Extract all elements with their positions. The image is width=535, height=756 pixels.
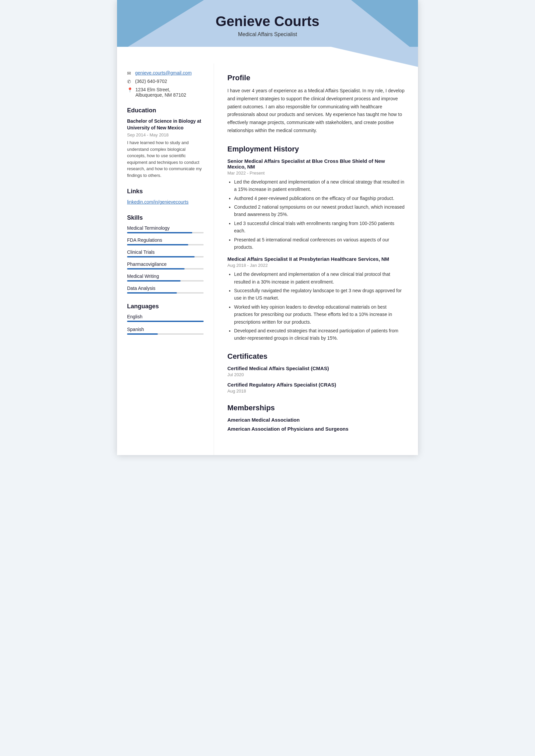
skill-name: Medical Terminology: [127, 225, 204, 231]
skill-item: Clinical Trials: [127, 249, 204, 257]
language-bar-bg: [127, 333, 204, 335]
skill-bar-bg: [127, 256, 204, 257]
skill-name: Pharmacovigilance: [127, 261, 204, 267]
candidate-name: Genieve Courts: [130, 13, 405, 29]
languages-list: English Spanish: [127, 314, 204, 335]
job-bullets-list: Led the development and implementation o…: [227, 178, 405, 251]
job-bullet: Led the development and implementation o…: [234, 271, 405, 286]
language-item: English: [127, 314, 204, 322]
job-date: Aug 2018 - Jan 2022: [227, 263, 405, 268]
skill-item: Medical Writing: [127, 274, 204, 282]
job-entry: Senior Medical Affairs Specialist at Blu…: [227, 158, 405, 251]
cert-entry: Certified Medical Affairs Specialist (CM…: [227, 365, 405, 377]
job-bullet: Developed and executed strategies that i…: [234, 327, 405, 342]
skill-bar-fill: [127, 280, 181, 282]
skill-item: Data Analysis: [127, 286, 204, 294]
language-name: English: [127, 314, 204, 319]
cert-date: Aug 2018: [227, 389, 405, 394]
contact-section: ✉ genieve.courts@gmail.com ✆ (362) 640-9…: [127, 70, 204, 98]
skill-name: FDA Regulations: [127, 237, 204, 243]
job-bullet: Led the development and implementation o…: [234, 178, 405, 193]
skill-bar-fill: [127, 232, 192, 233]
sidebar: ✉ genieve.courts@gmail.com ✆ (362) 640-9…: [117, 64, 214, 455]
edu-degree: Bachelor of Science in Biology at Univer…: [127, 118, 204, 131]
job-bullets-list: Led the development and implementation o…: [227, 271, 405, 342]
language-bar-bg: [127, 321, 204, 322]
skill-bar-fill: [127, 256, 195, 257]
certificates-section: Certificates Certified Medical Affairs S…: [227, 352, 405, 394]
job-bullet: Led 3 successful clinical trials with en…: [234, 220, 405, 235]
cert-name: Certified Medical Affairs Specialist (CM…: [227, 365, 405, 371]
skill-name: Clinical Trials: [127, 249, 204, 255]
languages-section: Languages English Spanish: [127, 303, 204, 335]
main-content: Profile I have over 4 years of experienc…: [214, 64, 418, 455]
employment-section: Employment History Senior Medical Affair…: [227, 145, 405, 342]
job-entry: Medical Affairs Specialist II at Presbyt…: [227, 256, 405, 342]
education-section: Education Bachelor of Science in Biology…: [127, 107, 204, 179]
skill-bar-fill: [127, 244, 188, 245]
skill-bar-fill: [127, 268, 185, 269]
phone-icon: ✆: [127, 79, 132, 84]
skills-heading: Skills: [127, 214, 204, 221]
membership-entry: American Medical Association: [227, 417, 405, 423]
header: Genieve Courts Medical Affairs Specialis…: [117, 0, 418, 47]
job-bullet: Successfully navigated the regulatory la…: [234, 287, 405, 302]
skill-name: Data Analysis: [127, 286, 204, 291]
body: ✉ genieve.courts@gmail.com ✆ (362) 640-9…: [117, 64, 418, 455]
skill-item: Medical Terminology: [127, 225, 204, 233]
certificates-heading: Certificates: [227, 352, 405, 361]
language-bar-fill: [127, 321, 204, 322]
candidate-title: Medical Affairs Specialist: [130, 31, 405, 37]
links-heading: Links: [127, 188, 204, 195]
cert-date: Jul 2020: [227, 372, 405, 377]
header-bottom-decoration: [117, 47, 418, 64]
address-icon: 📍: [127, 87, 133, 93]
language-name: Spanish: [127, 327, 204, 332]
job-bullet: Worked with key opinion leaders to devel…: [234, 303, 405, 326]
cert-name: Certified Regulatory Affairs Specialist …: [227, 382, 405, 388]
linkedin-link[interactable]: linkedin.com/in/genievecourts: [127, 199, 189, 205]
job-date: Mar 2022 - Present: [227, 171, 405, 176]
job-title: Medical Affairs Specialist II at Presbyt…: [227, 256, 405, 262]
membership-entry: American Association of Physicians and S…: [227, 426, 405, 432]
email-icon: ✉: [127, 71, 132, 76]
language-bar-fill: [127, 333, 158, 335]
memberships-section: Memberships American Medical Association…: [227, 404, 405, 432]
address: 1234 Elm Street, Albuquerque, NM 87102: [135, 87, 186, 98]
jobs-list: Senior Medical Affairs Specialist at Blu…: [227, 158, 405, 342]
skill-bar-bg: [127, 268, 204, 269]
skills-list: Medical Terminology FDA Regulations Clin…: [127, 225, 204, 294]
profile-heading: Profile: [227, 74, 405, 82]
skill-item: FDA Regulations: [127, 237, 204, 245]
memberships-list: American Medical AssociationAmerican Ass…: [227, 417, 405, 432]
skill-bar-bg: [127, 244, 204, 245]
links-section: Links linkedin.com/in/genievecourts: [127, 188, 204, 205]
education-heading: Education: [127, 107, 204, 114]
skill-bar-bg: [127, 232, 204, 233]
skill-bar-bg: [127, 280, 204, 282]
contact-phone-item: ✆ (362) 640-9702: [127, 79, 204, 84]
job-bullet: Presented at 5 international medical con…: [234, 236, 405, 251]
skill-name: Medical Writing: [127, 274, 204, 279]
phone-number: (362) 640-9702: [135, 79, 167, 84]
cert-entry: Certified Regulatory Affairs Specialist …: [227, 382, 405, 394]
job-bullet: Authored 4 peer-reviewed publications on…: [234, 195, 405, 202]
memberships-heading: Memberships: [227, 404, 405, 412]
skill-item: Pharmacovigilance: [127, 261, 204, 269]
contact-address-item: 📍 1234 Elm Street, Albuquerque, NM 87102: [127, 87, 204, 98]
employment-heading: Employment History: [227, 145, 405, 153]
profile-text: I have over 4 years of experience as a M…: [227, 87, 405, 135]
skill-bar-bg: [127, 292, 204, 294]
contact-email-item: ✉ genieve.courts@gmail.com: [127, 70, 204, 76]
email-link[interactable]: genieve.courts@gmail.com: [135, 70, 192, 76]
skill-bar-fill: [127, 292, 177, 294]
resume-container: Genieve Courts Medical Affairs Specialis…: [117, 0, 418, 455]
skills-section: Skills Medical Terminology FDA Regulatio…: [127, 214, 204, 294]
profile-section: Profile I have over 4 years of experienc…: [227, 74, 405, 135]
certs-list: Certified Medical Affairs Specialist (CM…: [227, 365, 405, 394]
languages-heading: Languages: [127, 303, 204, 310]
edu-desc: I have learned how to study and understa…: [127, 139, 204, 179]
language-item: Spanish: [127, 327, 204, 335]
edu-date: Sep 2014 - May 2018: [127, 132, 204, 137]
job-title: Senior Medical Affairs Specialist at Blu…: [227, 158, 405, 170]
